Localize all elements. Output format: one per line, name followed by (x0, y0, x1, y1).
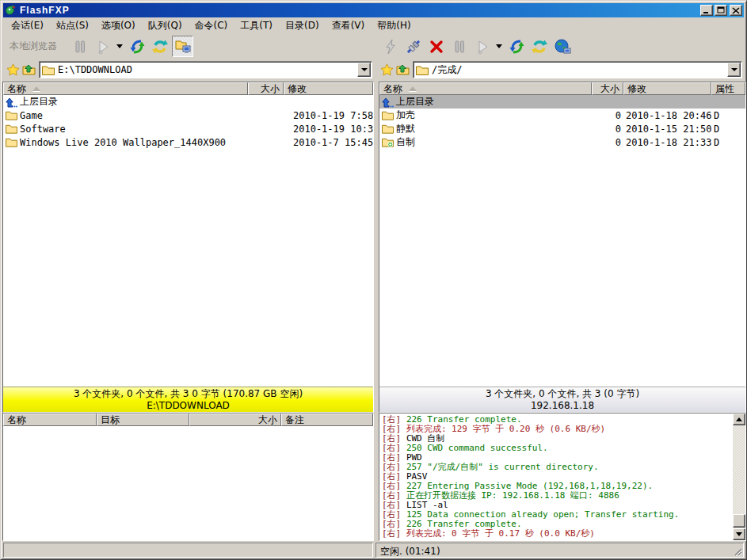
local-toolbar: 本地浏览器 (3, 34, 375, 59)
menu-help[interactable]: 帮助(H) (371, 17, 417, 34)
favorites-icon[interactable] (380, 63, 394, 76)
parent-directory-row[interactable]: 上层目录 (3, 95, 373, 109)
pause-transfer-button-remote[interactable] (448, 36, 470, 57)
menu-view[interactable]: 查看(V) (326, 17, 372, 34)
log-pane: [右] 226 Transfer complete. [右] 列表完成: 129… (379, 413, 746, 541)
quick-connect-button[interactable] (379, 36, 401, 57)
remote-browser-button[interactable] (551, 36, 573, 57)
file-row[interactable]: 自制 0 2010-1-18 21:33 D (379, 135, 745, 149)
path-row: E:\TDDOWNLOAD /完成/ (3, 59, 744, 82)
start-transfer-button-local[interactable] (92, 36, 113, 57)
transfer-mode-button-local[interactable] (126, 36, 147, 57)
column-header-size[interactable]: 大小 (189, 413, 281, 426)
local-file-pane: 名称 大小 修改 上层目录 Game 2010-1-19 7:58 (2, 82, 374, 413)
statusbar: 空闲. (01:41) (3, 543, 744, 558)
folder-icon (382, 110, 394, 120)
menu-options[interactable]: 选项(O) (95, 17, 142, 34)
remote-toolbar (379, 34, 574, 59)
transfer-arrows-icon (508, 38, 525, 55)
disconnect-x-icon (429, 39, 444, 55)
transfer-arrows-icon (128, 38, 146, 55)
log-line: [右] 257 "/完成/自制" is current directory. (382, 463, 732, 472)
file-row[interactable]: 静默 0 2010-1-15 21:50 D (379, 122, 745, 135)
up-directory-icon (382, 97, 394, 108)
statusbar-left-panel (3, 543, 373, 558)
remote-path-value[interactable]: /完成/ (429, 63, 727, 77)
resize-grip[interactable] (733, 547, 742, 556)
favorites-icon[interactable] (6, 63, 20, 76)
maximize-button[interactable] (715, 5, 727, 16)
refresh-icon (531, 38, 548, 55)
folder-plus-icon (382, 137, 394, 147)
column-header-size[interactable]: 大小 (248, 82, 284, 95)
local-status-bar: 3 个文件夹, 0 个文件, 共 3 0 字节 (170.87 GB 空闲) E… (3, 387, 373, 412)
remote-status-bar: 3 个文件夹, 0 个文件, 共 3 (0 字节) 192.168.1.18 (379, 387, 745, 412)
menu-queue[interactable]: 队列(Q) (142, 17, 189, 34)
arrow-up-icon (736, 417, 742, 421)
app-icon (5, 5, 17, 16)
statusbar-right-panel: 空闲. (01:41) (375, 543, 744, 558)
log-scrollbar[interactable] (733, 413, 745, 540)
menu-sites[interactable]: 站点(S) (50, 17, 95, 34)
disconnect-button[interactable] (425, 36, 447, 57)
local-path-dropdown-button[interactable] (357, 63, 371, 77)
file-row[interactable]: 加壳 0 2010-1-18 20:46 D (379, 109, 745, 122)
file-row[interactable]: Software 2010-1-19 10:34 (3, 122, 373, 135)
go-up-folder-icon[interactable] (396, 63, 410, 76)
sort-ascending-icon (409, 86, 417, 91)
folder-icon (6, 137, 17, 147)
menu-commands[interactable]: 命令(C) (189, 17, 234, 34)
local-path-combobox[interactable]: E:\TDDOWNLOAD (39, 61, 372, 78)
menu-session[interactable]: 会话(E) (5, 17, 50, 34)
close-button[interactable] (730, 5, 742, 16)
parent-directory-row[interactable]: 上层目录 (379, 95, 745, 109)
log-line: [右] 250 CWD command successful. (382, 444, 732, 453)
local-path-group: E:\TDDOWNLOAD (6, 61, 372, 78)
refresh-icon (151, 38, 169, 55)
local-browser-icon (174, 38, 192, 55)
play-icon (95, 39, 111, 55)
refresh-button-local[interactable] (149, 36, 170, 57)
column-header-modified[interactable]: 修改 (284, 82, 373, 95)
file-row[interactable]: Windows Live 2010 Wallpaper_1440X900 201… (3, 135, 373, 149)
local-path-value[interactable]: E:\TDDOWNLOAD (55, 64, 357, 75)
lightning-icon (383, 39, 398, 55)
remote-path-dropdown-button[interactable] (727, 63, 741, 77)
file-row[interactable]: Game 2010-1-19 7:58 (3, 109, 373, 122)
local-browser-label: 本地浏览器 (10, 40, 57, 53)
queue-pane: 名称 目标 大小 备注 (2, 413, 374, 541)
column-header-name[interactable]: 名称 (379, 82, 592, 95)
remote-file-list: 上层目录 加壳 0 2010-1-18 20:46 D 静默 (379, 95, 745, 387)
column-header-target[interactable]: 目标 (97, 413, 189, 426)
remote-path-combobox[interactable]: /完成/ (413, 61, 742, 78)
scroll-down-button[interactable] (733, 528, 745, 540)
column-header-modified[interactable]: 修改 (623, 82, 711, 95)
folder-icon (416, 65, 429, 75)
column-header-name[interactable]: 名称 (3, 82, 248, 95)
folder-icon (382, 124, 394, 134)
start-transfer-button-remote[interactable] (471, 36, 493, 57)
connect-button[interactable] (402, 36, 424, 57)
menu-tools[interactable]: 工具(T) (234, 17, 279, 34)
titlebar: FlashFXP (3, 3, 744, 17)
transfer-dropdown-arrow-icon[interactable] (496, 44, 502, 48)
pause-transfer-button-local[interactable] (69, 36, 90, 57)
column-header-attributes[interactable]: 属性 (711, 82, 745, 95)
go-up-folder-icon[interactable] (22, 63, 36, 76)
pause-icon (72, 39, 88, 55)
column-header-size[interactable]: 大小 (592, 82, 623, 95)
transfer-mode-button-remote[interactable] (505, 36, 527, 57)
menubar: 会话(E) 站点(S) 选项(O) 队列(Q) 命令(C) 工具(T) 目录(D… (3, 17, 744, 34)
local-browser-toggle-button[interactable] (172, 36, 193, 57)
menu-directory[interactable]: 目录(D) (279, 17, 326, 34)
column-header-note[interactable]: 备注 (281, 413, 373, 426)
scroll-up-button[interactable] (733, 413, 745, 425)
column-header-name[interactable]: 名称 (3, 413, 97, 426)
window-title: FlashFXP (20, 5, 699, 16)
transfer-dropdown-arrow-icon[interactable] (116, 44, 123, 48)
pause-icon (452, 39, 467, 55)
refresh-button-remote[interactable] (528, 36, 550, 57)
plug-connect-icon (405, 38, 422, 55)
scrollbar-thumb[interactable] (733, 514, 745, 528)
minimize-button[interactable] (700, 5, 713, 16)
